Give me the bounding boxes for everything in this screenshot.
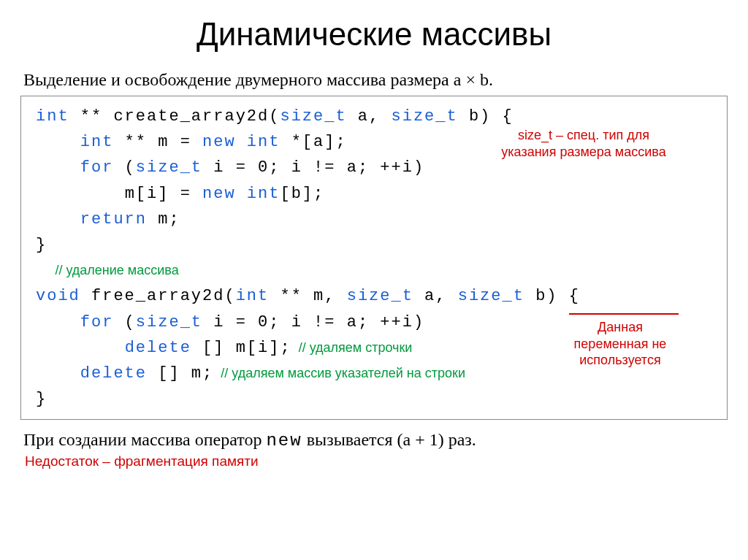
code-text: m[i] = [125, 185, 202, 203]
code-indent [36, 133, 80, 151]
code-text: ** create_array2d( [69, 107, 280, 126]
kw-return: return [80, 210, 147, 229]
code-text: ** m, [269, 287, 346, 305]
code-indent [36, 185, 125, 203]
kw-size-t: size_t [136, 313, 202, 331]
code-text: [b]; [280, 185, 324, 203]
bottom-note-expr: (a + 1) [397, 430, 444, 449]
bottom-note-post: раз. [444, 430, 476, 449]
code-line-6: } [36, 232, 715, 258]
annotation-delete-ptr-array: // удаляем массив указателей на строки [213, 366, 465, 380]
annotation-size-t-l1: size_t – спец. тип для [518, 128, 649, 142]
kw-new: new [202, 185, 236, 203]
slide: Динамические массивы Выделение и освобож… [0, 0, 748, 560]
kw-for: for [80, 158, 114, 177]
code-text: ** m = [113, 133, 202, 151]
subtitle-expr: a × b [454, 70, 489, 89]
code-line-12: } [36, 386, 715, 412]
code-indent [36, 210, 80, 229]
slide-title: Динамические массивы [20, 16, 728, 53]
annotation-size-t: size_t – спец. тип для указания размера … [489, 127, 679, 160]
code-text [236, 133, 247, 151]
subtitle: Выделение и освобождение двумерного масс… [23, 70, 728, 90]
annotation-delete-rows: // удаляем строчки [291, 340, 413, 355]
code-text: a, [347, 107, 392, 126]
kw-int: int [247, 133, 280, 151]
kw-int: int [236, 287, 270, 305]
subtitle-post: . [489, 70, 493, 89]
kw-size-t: size_t [391, 107, 457, 126]
code-indent [36, 313, 80, 331]
code-text: ( [113, 158, 135, 177]
code-line-1: int ** create_array2d(size_t a, size_t b… [36, 104, 715, 129]
code-text: } [36, 390, 47, 408]
code-text: m; [147, 210, 180, 229]
kw-delete: delete [80, 364, 147, 383]
annotation-delete-array: // удаление массива [55, 263, 178, 277]
bottom-drawback: Недостаток – фрагментация памяти [25, 453, 728, 469]
kw-size-t: size_t [280, 107, 346, 126]
annotation-unused-l2: переменная не [574, 337, 667, 351]
kw-for: for [80, 313, 114, 331]
kw-size-t: size_t [136, 158, 202, 177]
kw-void: void [36, 287, 80, 305]
code-line-8: void free_array2d(int ** m, size_t a, si… [36, 283, 715, 309]
bottom-note-mid: вызывается [302, 430, 397, 449]
code-text: b) { [458, 107, 514, 126]
code-text: i = 0; i != a; ++i) [202, 158, 424, 177]
kw-new: new [202, 133, 236, 151]
code-text: } [36, 236, 47, 254]
code-text: free_array2d( [80, 287, 236, 305]
code-text: a, [413, 287, 458, 305]
code-line-7-ann: // удаление массива [36, 258, 715, 283]
annotation-unused-l3: используется [579, 353, 660, 367]
code-text: *[a]; [280, 133, 346, 151]
code-text: i = 0; i != a; ++i) [202, 313, 424, 331]
underline-unused-var [569, 313, 679, 315]
code-text: b) { [524, 287, 580, 305]
code-indent [36, 158, 80, 177]
kw-int: int [36, 107, 69, 126]
bottom-note: При создании массива оператор new вызыва… [23, 430, 728, 450]
annotation-unused-variable: Данная переменная не используется [540, 319, 701, 369]
kw-new: new [266, 431, 302, 450]
code-text: [] m[i]; [191, 339, 291, 357]
subtitle-text: Выделение и освобождение двумерного масс… [23, 70, 454, 89]
kw-int: int [80, 133, 114, 151]
kw-size-t: size_t [458, 287, 524, 305]
annotation-unused-l1: Данная [598, 320, 643, 334]
code-block: size_t – спец. тип для указания размера … [20, 96, 728, 420]
code-text [236, 185, 247, 203]
kw-int: int [247, 185, 280, 203]
kw-size-t: size_t [347, 287, 413, 305]
code-indent [36, 364, 80, 383]
kw-delete: delete [125, 339, 191, 357]
code-text: [] m; [147, 364, 213, 383]
bottom-note-pre: При создании массива оператор [23, 430, 266, 449]
code-line-5: return m; [36, 207, 715, 232]
annotation-size-t-l2: указания размера массива [501, 145, 665, 159]
code-line-4: m[i] = new int[b]; [36, 181, 715, 207]
code-indent [36, 339, 125, 357]
code-text: ( [113, 313, 135, 331]
